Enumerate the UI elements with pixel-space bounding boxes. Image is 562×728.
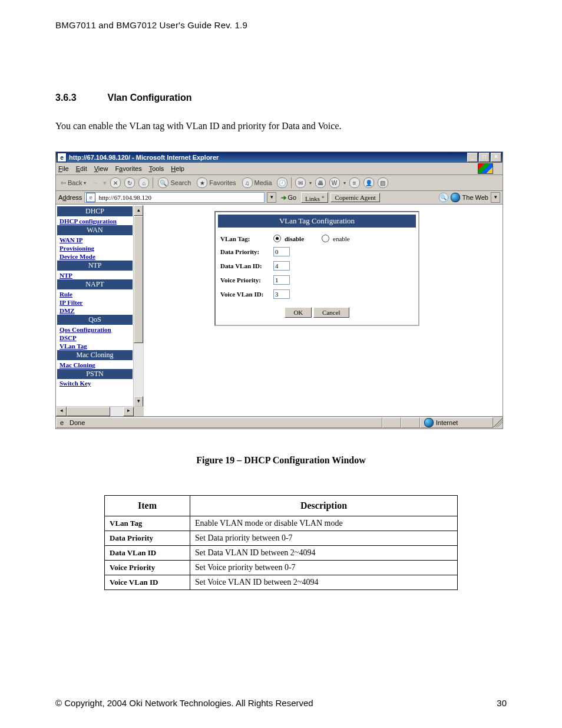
status-done: Done	[70, 419, 85, 426]
page-footer: © Copyright, 2004 Oki Network Technologi…	[55, 698, 507, 708]
cell-item: Voice Priority	[105, 561, 190, 575]
extra-icon[interactable]: ▧	[378, 177, 388, 188]
discuss-icon[interactable]: ≡	[349, 177, 360, 188]
theweb-label: The Web	[462, 194, 488, 201]
stop-icon[interactable]: ✕	[110, 177, 121, 188]
ok-button[interactable]: OK	[285, 307, 312, 318]
scroll-thumb[interactable]	[67, 407, 110, 416]
nav-link[interactable]: NTP	[56, 271, 134, 279]
nav-header: NAPT	[57, 279, 133, 289]
intro-paragraph: You can enable the VLan tag with VLan ID…	[55, 121, 507, 131]
mail-icon[interactable]: ✉	[295, 177, 306, 188]
edit-icon[interactable]: W	[329, 177, 340, 188]
input-data-vlan[interactable]	[273, 261, 290, 271]
media-button[interactable]: ♫Media	[241, 177, 273, 188]
radio-enable[interactable]	[322, 235, 329, 242]
nav-link[interactable]: Switch Key	[56, 379, 93, 387]
search-magnifier-icon[interactable]: 🔍	[439, 193, 448, 202]
links-button[interactable]: Links »	[301, 192, 328, 203]
toolbar: ⇦Back▾ → ▾ ✕ ↻ ⌂ 🔍Search ★Favorites ♫Med…	[56, 175, 503, 191]
nav-link[interactable]: DHCP configuration	[56, 217, 134, 225]
menu-tools[interactable]: Tools	[149, 165, 164, 172]
nav-link[interactable]: DSCP	[56, 334, 134, 342]
scroll-down-icon[interactable]: ▾	[134, 396, 143, 407]
sidebar-hscrollbar[interactable]: ◂ ▸	[56, 406, 143, 416]
input-voice-vlan[interactable]	[273, 289, 290, 299]
sidebar-inner: DHCPDHCP configurationWANWAN IPProvision…	[56, 205, 134, 407]
label-data-priority: Data Priority:	[220, 248, 270, 255]
back-button[interactable]: ⇦Back▾	[59, 179, 87, 187]
theweb-dropdown[interactable]: ▾	[491, 192, 500, 203]
scroll-left-icon[interactable]: ◂	[56, 407, 67, 416]
content-area: DHCPDHCP configurationWANWAN IPProvision…	[56, 205, 503, 416]
input-voice-priority[interactable]	[273, 275, 290, 285]
menu-edit[interactable]: Edit	[76, 165, 87, 172]
minimize-button[interactable]: _	[467, 153, 478, 162]
nav-header: QoS	[57, 315, 133, 325]
address-dropdown[interactable]: ▾	[267, 192, 276, 203]
sidebar-vscrollbar[interactable]: ▴ ▾	[133, 205, 143, 407]
scroll-up-icon[interactable]: ▴	[134, 205, 143, 216]
scroll-track[interactable]	[67, 407, 123, 416]
scroll-right-icon[interactable]: ▸	[123, 407, 134, 416]
forward-button[interactable]: →	[91, 179, 100, 186]
maximize-button[interactable]: □	[479, 153, 490, 162]
row-data-vlan: Data VLan ID:	[216, 259, 418, 273]
home-icon[interactable]: ⌂	[138, 177, 149, 188]
print-icon[interactable]: 🖶	[315, 177, 326, 188]
address-input[interactable]	[97, 193, 263, 202]
nav-link[interactable]: Device Mode	[56, 252, 134, 261]
cell-description: Enable VLAN mode or disable VLAN mode	[190, 516, 458, 531]
menu-help[interactable]: Help	[171, 165, 184, 172]
nav-link[interactable]: DMZ	[56, 307, 134, 315]
label-vlan-tag: VLan Tag:	[220, 235, 270, 242]
th-item: Item	[105, 496, 190, 516]
table-row: Data PrioritySet Data priority between 0…	[105, 531, 458, 546]
cell-item: Data VLan ID	[105, 546, 190, 561]
status-seg-empty	[382, 417, 401, 428]
footer-page-number: 30	[497, 698, 507, 708]
address-field-wrap[interactable]: e	[84, 192, 265, 203]
media-icon: ♫	[242, 177, 253, 188]
search-button[interactable]: 🔍Search	[157, 177, 192, 188]
th-description: Description	[190, 496, 458, 516]
windows-logo-icon	[478, 163, 493, 174]
favorites-icon: ★	[197, 177, 207, 188]
messenger-icon[interactable]: 👤	[363, 177, 374, 188]
go-button[interactable]: ➔Go	[279, 194, 299, 202]
nav-header: NTP	[57, 261, 133, 271]
nav-link[interactable]: VLan Tag	[56, 342, 134, 350]
close-button[interactable]: ×	[491, 153, 501, 162]
nav-header: Mac Cloning	[57, 350, 133, 360]
description-table: Item Description VLan TagEnable VLAN mod…	[104, 495, 458, 590]
footer-copyright: © Copyright, 2004 Oki Network Technologi…	[55, 698, 313, 708]
menu-favorites[interactable]: Favorites	[115, 165, 141, 172]
section-title-text: Vlan Configuration	[107, 93, 191, 103]
nav-link[interactable]: Rule	[56, 290, 134, 298]
address-bar: Address e ▾ ➔Go Links » Copernic Agent 🔍…	[56, 191, 503, 205]
doc-header: BMG7011 and BMG7012 User's Guide Rev. 1.…	[55, 20, 507, 30]
globe-icon	[451, 193, 460, 202]
scroll-track[interactable]	[134, 216, 143, 396]
nav-link[interactable]: IP Filter	[56, 298, 134, 307]
table-row: Data VLan IDSet Data VLAN ID between 2~4…	[105, 546, 458, 561]
history-icon[interactable]: 🕘	[277, 177, 287, 188]
search-icon: 🔍	[158, 177, 168, 188]
input-data-priority[interactable]	[273, 247, 290, 256]
resize-grip-icon[interactable]	[493, 418, 503, 427]
cell-description: Set Data VLAN ID between 2~4094	[190, 546, 458, 561]
nav-link[interactable]: WAN IP	[56, 236, 134, 244]
menu-view[interactable]: View	[94, 165, 108, 172]
cancel-button[interactable]: Cancel	[313, 307, 349, 318]
cell-item: VLan Tag	[105, 516, 190, 531]
radio-disable[interactable]	[273, 235, 281, 242]
menu-file[interactable]: File	[58, 165, 69, 172]
scroll-thumb[interactable]	[134, 216, 143, 343]
favorites-button[interactable]: ★Favorites	[196, 177, 237, 188]
row-voice-vlan: Voice VLan ID:	[216, 287, 418, 301]
nav-link[interactable]: Qos Configuration	[56, 325, 134, 334]
nav-link[interactable]: Provisioning	[56, 244, 134, 252]
copernic-button[interactable]: Copernic Agent	[330, 193, 379, 202]
refresh-icon[interactable]: ↻	[124, 177, 135, 188]
nav-link[interactable]: Mac Cloning	[56, 361, 134, 369]
